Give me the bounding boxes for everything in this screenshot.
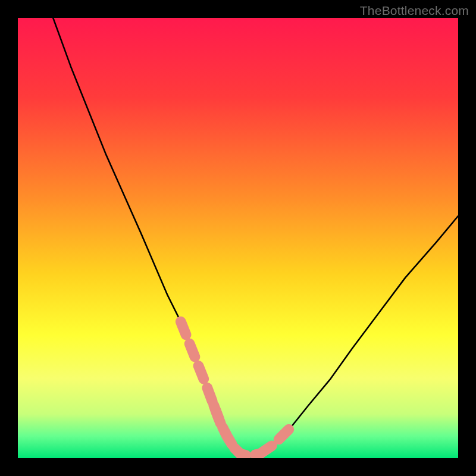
- series-highlight-band-right: [260, 427, 291, 453]
- curve-layer: [18, 18, 458, 458]
- outer-frame: TheBottleneck.com: [0, 0, 476, 476]
- watermark-text: TheBottleneck.com: [360, 4, 469, 18]
- series-highlight-floor: [214, 405, 260, 456]
- series-bottleneck-curve: [53, 18, 458, 456]
- plot-area: [18, 18, 458, 458]
